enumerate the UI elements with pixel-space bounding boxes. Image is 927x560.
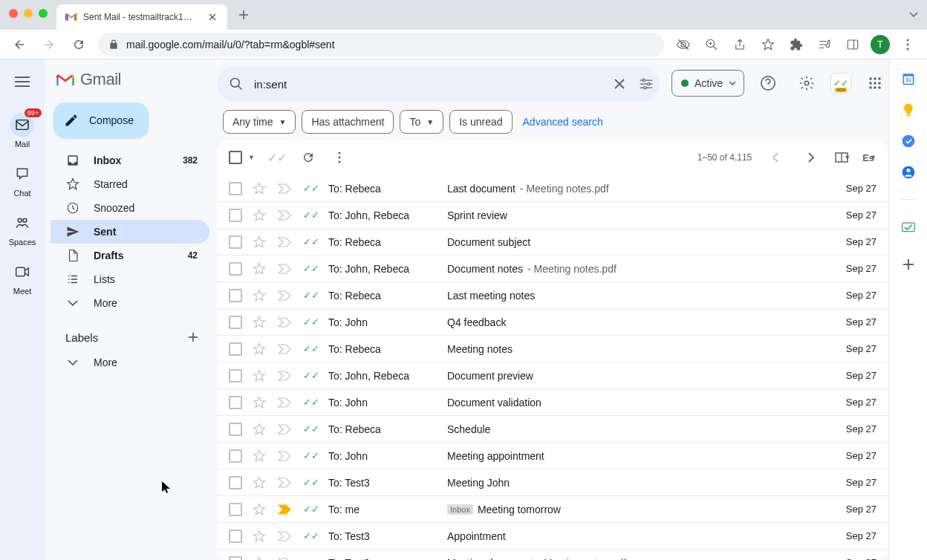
rail-item-mail[interactable]: 99+ Mail [0, 113, 45, 149]
browser-menu-icon[interactable] [897, 34, 918, 55]
row-checkbox[interactable] [229, 369, 242, 382]
input-tools-button[interactable]: Es ▼ [862, 152, 876, 163]
advanced-search-link[interactable]: Advanced search [523, 116, 603, 128]
star-icon[interactable] [253, 209, 267, 222]
row-checkbox[interactable] [229, 209, 242, 222]
search-box[interactable] [217, 66, 660, 102]
importance-icon[interactable] [278, 290, 293, 301]
row-checkbox[interactable] [229, 342, 242, 356]
mail-row[interactable]: ✓✓To: JohnDocument validationSep 27 [217, 389, 888, 416]
importance-icon[interactable] [278, 237, 293, 247]
rail-item-chat[interactable]: Chat [0, 162, 45, 198]
back-button[interactable] [9, 34, 30, 55]
importance-icon[interactable] [278, 451, 293, 461]
star-icon[interactable] [253, 289, 267, 302]
get-addons-button[interactable] [902, 258, 915, 271]
minimize-window-button[interactable] [24, 9, 33, 18]
mail-list[interactable]: ✓✓To: RebecaLast document - Meeting note… [217, 175, 888, 560]
zoom-icon[interactable] [701, 34, 722, 55]
row-checkbox[interactable] [229, 423, 242, 436]
star-icon[interactable] [253, 316, 267, 329]
search-icon[interactable] [227, 76, 245, 91]
share-icon[interactable] [729, 34, 750, 55]
chip-has-attachment[interactable]: Has attachment [302, 110, 394, 134]
mail-row[interactable]: ✓✓To: JohnQ4 feedbackSep 27 [217, 309, 888, 336]
row-checkbox[interactable] [229, 262, 242, 276]
refresh-button[interactable] [299, 151, 317, 164]
nav-inbox[interactable]: Inbox 382 [51, 149, 209, 172]
browser-profile-avatar[interactable]: T [871, 35, 890, 54]
mail-row[interactable]: ✓✓To: John, RebecaDocument notes - Meeti… [217, 255, 888, 282]
star-icon[interactable] [253, 503, 267, 516]
split-pane-button[interactable]: ▼ [835, 152, 850, 163]
row-checkbox[interactable] [229, 503, 242, 516]
importance-icon[interactable] [278, 183, 293, 194]
mail-row[interactable]: ✓✓To: John, RebecaDocument previewSep 27 [217, 362, 888, 389]
forward-button[interactable] [39, 34, 59, 55]
calendar-addon-icon[interactable]: 31 [901, 71, 916, 86]
nav-snoozed[interactable]: Snoozed [51, 196, 209, 220]
extensions-icon[interactable] [786, 34, 807, 55]
star-icon[interactable] [253, 530, 267, 543]
select-dropdown-icon[interactable]: ▼ [248, 154, 255, 161]
mailtrack-addon-icon[interactable] [901, 219, 916, 234]
media-icon[interactable] [814, 34, 835, 55]
google-apps-button[interactable] [860, 68, 888, 98]
help-button[interactable] [753, 68, 783, 98]
search-input[interactable] [254, 78, 602, 91]
importance-icon[interactable] [278, 478, 293, 488]
browser-tab[interactable]: Sent Mail - testmailtrack1@gm [56, 4, 227, 30]
mail-row[interactable]: ✓✓To: JohnMeeting appointmentSep 27 [217, 443, 888, 469]
close-window-button[interactable] [9, 9, 18, 18]
importance-icon[interactable] [278, 424, 293, 434]
row-checkbox[interactable] [229, 182, 242, 195]
row-checkbox[interactable] [229, 449, 242, 463]
address-bar[interactable]: mail.google.com/mail/u/0/?tab=rm&ogbl#se… [98, 33, 664, 56]
row-checkbox[interactable] [229, 289, 242, 302]
star-icon[interactable] [253, 342, 267, 356]
star-icon[interactable] [253, 369, 267, 382]
close-tab-icon[interactable] [206, 11, 218, 23]
star-icon[interactable] [253, 423, 267, 436]
star-icon[interactable] [253, 396, 267, 409]
clear-search-icon[interactable] [611, 78, 628, 90]
importance-icon[interactable] [278, 531, 293, 541]
new-tab-button[interactable] [233, 4, 254, 25]
labels-more[interactable]: More [51, 351, 209, 374]
prev-page-button[interactable] [764, 146, 787, 169]
nav-lists[interactable]: Lists [51, 267, 209, 291]
search-options-icon[interactable] [637, 78, 655, 90]
star-icon[interactable] [253, 449, 267, 463]
tabs-dropdown-icon[interactable] [909, 12, 918, 18]
importance-icon[interactable] [278, 397, 293, 408]
nav-drafts[interactable]: Drafts 42 [51, 244, 209, 267]
next-page-button[interactable] [799, 146, 823, 169]
contacts-addon-icon[interactable] [901, 165, 916, 180]
star-icon[interactable] [253, 476, 267, 489]
tasks-addon-icon[interactable] [901, 134, 916, 149]
mail-row[interactable]: ✓✓To: RebecaMeeting notesSep 27 [217, 336, 888, 362]
row-checkbox[interactable] [229, 396, 242, 409]
keep-addon-icon[interactable] [901, 102, 916, 117]
chip-is-unread[interactable]: Is unread [449, 110, 512, 134]
importance-icon[interactable] [278, 371, 293, 381]
mail-row[interactable]: ✓✓To: meInboxMeeting tomorrowSep 27 [217, 496, 888, 523]
status-chip[interactable]: Active [671, 70, 744, 97]
importance-icon[interactable] [278, 344, 293, 354]
compose-button[interactable]: Compose [53, 102, 149, 138]
mail-row[interactable]: ✓✓To: Test3AppointmentSep 27 [217, 523, 888, 550]
add-label-button[interactable] [184, 328, 202, 346]
select-all-checkbox[interactable] [229, 151, 242, 164]
row-checkbox[interactable] [229, 556, 242, 561]
mail-row[interactable]: ✓✓To: RebecaScheduleSep 27 [217, 416, 888, 443]
importance-icon[interactable] [278, 558, 293, 561]
maximize-window-button[interactable] [39, 9, 48, 18]
star-icon[interactable] [253, 262, 267, 276]
rail-item-meet[interactable]: Meet [0, 260, 45, 296]
mailtrack-extension-icon[interactable]: ✓✓ ADV [830, 73, 851, 94]
mail-row[interactable]: ✓✓To: Test3Meeting JohnSep 27 [217, 469, 888, 496]
mail-row[interactable]: ✓✓To: RebecaLast document - Meeting note… [217, 175, 888, 202]
importance-icon[interactable] [278, 317, 293, 328]
double-check-icon[interactable]: ✓✓ [268, 151, 286, 165]
bookmark-icon[interactable] [758, 34, 778, 55]
